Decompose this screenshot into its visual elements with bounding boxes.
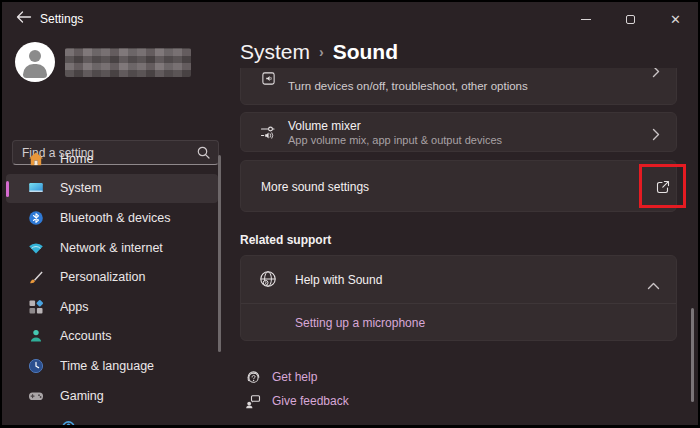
sidebar-item-label: Home: [60, 152, 93, 166]
maximize-button[interactable]: [608, 2, 653, 36]
sidebar: Home System: [2, 36, 232, 425]
give-feedback-icon: [245, 393, 262, 414]
sidebar-nav: Home System: [6, 144, 218, 410]
sidebar-item-label: Personalization: [60, 270, 145, 284]
sidebar-item-label: System: [60, 181, 102, 195]
window-title: Settings: [40, 12, 83, 26]
sidebar-item-accounts[interactable]: Accounts: [6, 322, 218, 352]
volume-mixer-card[interactable]: Volume mixer App volume mix, app input &…: [240, 112, 677, 152]
chevron-right-icon: [652, 127, 660, 145]
card-title: Help with Sound: [295, 273, 382, 287]
settings-scroll-area: Turn devices on/off, troubleshoot, other…: [240, 68, 692, 425]
card-subtitle: Turn devices on/off, troubleshoot, other…: [288, 80, 528, 92]
back-arrow-icon: [16, 10, 32, 24]
card-title: Volume mixer: [288, 119, 361, 133]
avatar-head-shape: [29, 50, 41, 62]
system-icon: [28, 180, 44, 196]
breadcrumb-parent[interactable]: System: [240, 40, 310, 63]
accessibility-icon-partial: [62, 420, 75, 425]
help-card-header[interactable]: Help with Sound: [241, 256, 676, 303]
sidebar-item-gaming[interactable]: Gaming: [6, 381, 218, 411]
sidebar-item-bluetooth[interactable]: Bluetooth & devices: [6, 203, 218, 233]
sidebar-item-label: Time & language: [60, 359, 154, 373]
selected-accent-bar: [6, 181, 9, 197]
chevron-up-icon[interactable]: [647, 276, 660, 294]
close-button[interactable]: ✕: [653, 2, 698, 36]
chevron-right-icon: [652, 68, 660, 82]
personalization-icon: [28, 269, 44, 285]
settings-window: Settings ✕: [2, 2, 698, 425]
annotation-highlight-box: [639, 164, 686, 208]
minimize-icon: [581, 19, 591, 20]
get-help-row: Get help: [245, 368, 692, 386]
user-name-redacted: [65, 48, 191, 77]
sidebar-item-network[interactable]: Network & internet: [6, 233, 218, 263]
titlebar: Settings ✕: [2, 2, 698, 36]
sidebar-item-system[interactable]: System: [6, 174, 218, 204]
network-icon: [28, 240, 44, 256]
minimize-button[interactable]: [563, 2, 608, 36]
sidebar-item-label: Gaming: [60, 389, 104, 403]
sidebar-item-apps[interactable]: Apps: [6, 292, 218, 322]
volume-mixer-icon: [260, 124, 277, 145]
home-icon: [28, 151, 44, 167]
breadcrumb-separator: ›: [319, 44, 324, 60]
related-support-heading: Related support: [240, 233, 692, 247]
card-subtitle: App volume mix, app input & output devic…: [288, 134, 502, 146]
card-title: More sound settings: [261, 180, 369, 194]
avatar[interactable]: [15, 42, 55, 82]
bluetooth-icon: [28, 210, 44, 226]
back-button[interactable]: [14, 10, 34, 28]
maximize-icon: [626, 15, 635, 24]
time-language-icon: [28, 358, 44, 374]
help-globe-icon: [258, 269, 278, 293]
help-with-sound-card: Help with Sound Setting up a microphone: [240, 255, 677, 341]
help-card-body: Setting up a microphone: [241, 304, 676, 342]
window-controls: ✕: [563, 2, 698, 36]
avatar-body-shape: [23, 64, 47, 78]
gaming-icon: [28, 388, 44, 404]
sound-device-icon: [261, 71, 276, 90]
sidebar-scrollbar[interactable]: [218, 155, 221, 352]
get-help-icon: [245, 369, 262, 390]
sidebar-item-label: Apps: [60, 300, 89, 314]
apps-icon: [28, 299, 44, 315]
sidebar-item-label: Bluetooth & devices: [60, 211, 171, 225]
sidebar-item-personalization[interactable]: Personalization: [6, 262, 218, 292]
get-help-link[interactable]: Get help: [272, 370, 317, 384]
page-title: Sound: [333, 40, 398, 63]
sidebar-item-time-language[interactable]: Time & language: [6, 351, 218, 381]
all-sound-devices-card[interactable]: Turn devices on/off, troubleshoot, other…: [240, 68, 677, 105]
sidebar-item-label: Accounts: [60, 329, 111, 343]
give-feedback-row: Give feedback: [245, 392, 692, 410]
give-feedback-link[interactable]: Give feedback: [272, 394, 349, 408]
sidebar-item-label: Network & internet: [60, 241, 163, 255]
more-sound-settings-card[interactable]: More sound settings: [240, 160, 677, 212]
close-icon: ✕: [670, 13, 681, 26]
sidebar-item-home[interactable]: Home: [6, 144, 218, 174]
help-link-setting-up-microphone[interactable]: Setting up a microphone: [295, 316, 425, 330]
main-scrollbar[interactable]: [691, 308, 694, 402]
accounts-icon: [28, 328, 44, 344]
breadcrumb: System›Sound: [240, 40, 398, 64]
